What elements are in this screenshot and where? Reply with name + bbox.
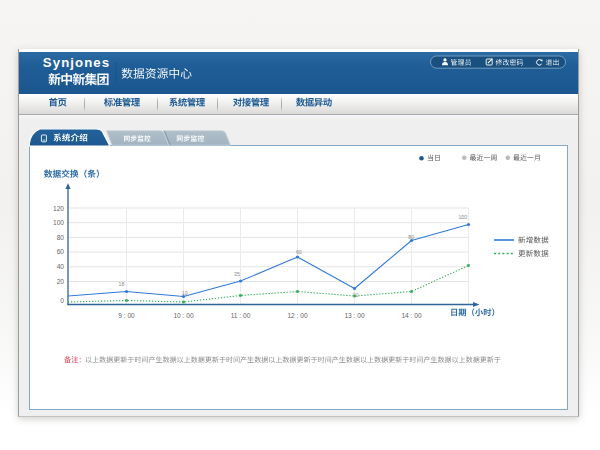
svg-text:60: 60 (296, 249, 302, 255)
svg-text:18: 18 (119, 281, 125, 287)
svg-text:10 : 00: 10 : 00 (173, 312, 193, 319)
svg-text:100: 100 (53, 219, 64, 226)
svg-text:9 : 00: 9 : 00 (118, 312, 135, 319)
svg-text:40: 40 (57, 263, 65, 270)
svg-text:10: 10 (353, 292, 359, 298)
svg-text:13 : 00: 13 : 00 (344, 312, 364, 319)
svg-text:11 : 00: 11 : 00 (231, 312, 251, 319)
svg-text:120: 120 (53, 205, 64, 212)
svg-text:14 : 00: 14 : 00 (401, 312, 421, 319)
svg-text:0: 0 (60, 297, 64, 304)
svg-text:20: 20 (57, 278, 65, 285)
svg-text:100: 100 (458, 214, 467, 220)
svg-text:35: 35 (234, 271, 240, 277)
svg-text:80: 80 (408, 234, 414, 240)
svg-text:10: 10 (182, 290, 188, 296)
svg-text:60: 60 (57, 248, 65, 255)
svg-text:12 : 00: 12 : 00 (287, 312, 307, 319)
svg-text:80: 80 (57, 234, 65, 241)
svg-text:Synjones: Synjones (43, 55, 110, 70)
